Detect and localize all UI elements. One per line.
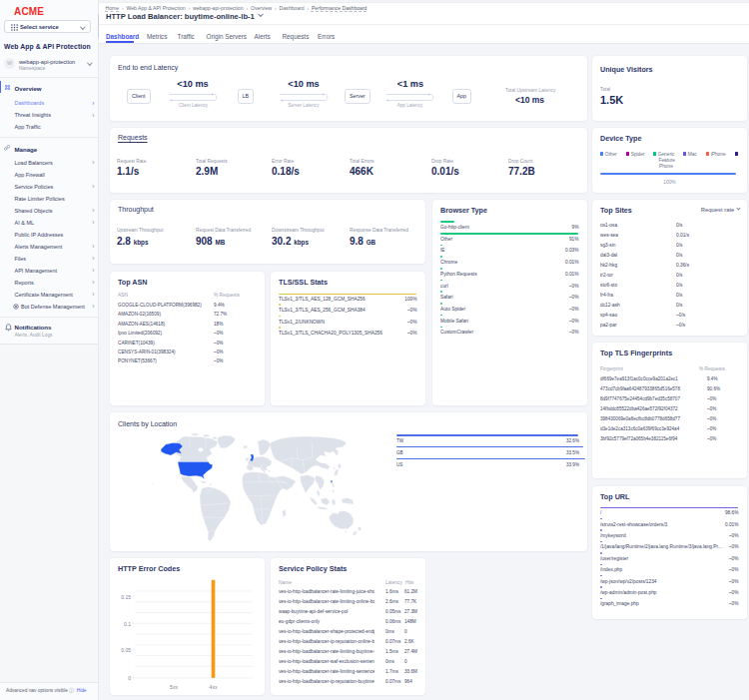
svg-text:4xx: 4xx (210, 683, 218, 689)
svg-text:0.1: 0.1 (124, 620, 131, 626)
svg-text:0.15: 0.15 (121, 593, 131, 599)
svg-text:0: 0 (128, 674, 131, 680)
svg-text:5xx: 5xx (170, 683, 178, 689)
svg-text:0.05: 0.05 (121, 647, 131, 653)
